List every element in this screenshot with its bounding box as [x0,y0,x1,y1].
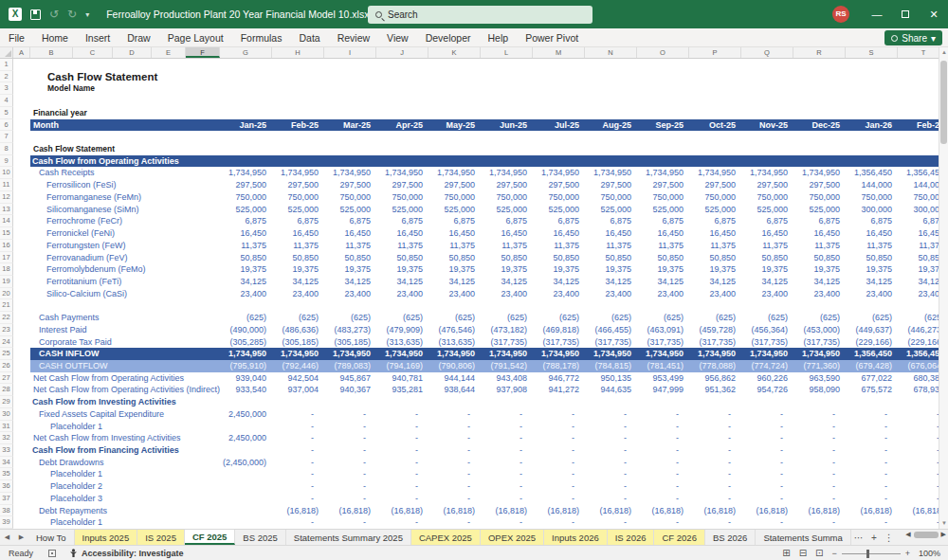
row-number[interactable]: 16 [0,240,13,252]
grid-cell[interactable]: 1,734,950 [689,348,741,360]
grid-cell[interactable]: 11,375 [898,240,939,252]
column-header-H[interactable]: H [272,47,324,58]
page-break-view-icon[interactable]: ⊡ [815,549,823,558]
grid-cell[interactable]: 940,781 [376,372,428,385]
row-label[interactable]: Corporate Tax Paid [30,336,220,349]
grid-cell[interactable]: 144,000 [846,179,898,191]
column-header-J[interactable]: J [376,47,428,58]
grid-cell[interactable]: (317,735) [741,336,793,349]
grid-cell[interactable] [220,468,272,480]
grid-cell[interactable]: 525,000 [376,204,428,216]
grid-cell[interactable]: 50,850 [741,252,793,264]
grid-cell[interactable]: (625) [898,312,939,324]
grid-cell[interactable] [220,421,272,433]
ribbon-tab-formulas[interactable]: Formulas [232,28,291,47]
grid-cell[interactable]: - [272,457,324,469]
grid-cell[interactable]: 1,356,450 [846,167,898,179]
zoom-in-button[interactable]: + [905,549,910,558]
grid-cell[interactable]: 525,000 [689,204,741,216]
grid-cell[interactable]: 23,400 [481,288,533,300]
grid-cell[interactable]: 525,000 [533,204,585,216]
grid-cell[interactable]: 941,272 [533,384,585,396]
grid-cell[interactable]: 525,000 [272,204,324,216]
grid-cell[interactable]: 144,000 [898,179,939,191]
grid-cell[interactable]: 34,125 [220,276,272,288]
grid-cell[interactable]: - [376,516,428,529]
grid-cell[interactable]: - [585,457,637,469]
grid-cell[interactable]: (16,818) [898,505,939,517]
row-label[interactable]: Cash Payments [30,312,220,324]
row-number[interactable]: 19 [0,276,13,288]
grid-cell[interactable]: 1,734,950 [324,348,376,360]
save-icon[interactable] [30,9,41,20]
grid-cell[interactable]: - [324,457,376,469]
grid-cell[interactable]: - [898,421,939,433]
row-label[interactable]: CASH INFLOW [30,348,220,360]
column-header-T[interactable]: T [898,47,939,58]
row-label[interactable]: Month [30,119,220,132]
row-number[interactable]: 1 [0,59,13,71]
grid-cell[interactable]: - [272,444,324,457]
grid-cell[interactable]: 23,400 [272,288,324,300]
grid-cell[interactable]: 1,734,950 [741,348,793,360]
grid-cell[interactable]: (16,818) [741,505,793,517]
grid-cell[interactable]: (784,815) [585,360,637,372]
row-number[interactable]: 25 [0,348,13,360]
accessibility-status[interactable]: Accessibility: Investigate [69,549,184,558]
grid-cell[interactable]: (476,546) [428,324,481,336]
grid-cell[interactable]: (16,818) [272,505,324,517]
row-label[interactable]: Ferrochrome (FeCr) [30,215,220,227]
grid-cell[interactable]: 34,125 [428,276,481,288]
grid-cell[interactable]: 16,450 [324,227,376,240]
grid-cell[interactable]: - [741,493,793,505]
grid-cell[interactable]: - [689,421,741,433]
grid-cell[interactable]: - [324,493,376,505]
vertical-scroll-thumb[interactable] [940,61,947,144]
grid-cell[interactable]: 1,734,950 [793,167,846,179]
grid-cell[interactable]: (479,909) [376,324,428,336]
grid-cell[interactable]: (469,818) [533,324,585,336]
sheet-tab-cf-2025[interactable]: CF 2025 [185,530,235,545]
grid-cell[interactable]: - [376,432,428,444]
grid-cell[interactable]: 50,850 [533,252,585,264]
grid-cell[interactable]: - [689,516,741,529]
grid-cell[interactable]: - [585,421,637,433]
grid-cell[interactable]: - [898,408,939,421]
column-header-L[interactable]: L [481,47,533,58]
grid-cell[interactable]: - [793,444,846,457]
column-header-K[interactable]: K [428,47,481,58]
grid-cell[interactable]: - [533,432,585,444]
row-label[interactable]: Cash Flow from Investing Activities [30,396,220,408]
grid-cell[interactable]: (774,724) [741,360,793,372]
row-number[interactable]: 39 [0,516,13,529]
row-label[interactable]: Cash Flow from Financing Activities [30,444,220,457]
column-header-R[interactable]: R [793,47,846,58]
grid-cell[interactable]: 1,734,950 [585,348,637,360]
redo-icon[interactable]: ↻ [67,9,77,20]
grid-cell[interactable]: 16,450 [376,227,428,240]
grid-cell[interactable]: (794,169) [376,360,428,372]
grid-cell[interactable]: 50,850 [585,252,637,264]
grid-cell[interactable]: (792,446) [272,360,324,372]
grid-cell[interactable]: - [689,457,741,469]
ribbon-tab-view[interactable]: View [378,28,417,47]
grid-cell[interactable]: 50,850 [376,252,428,264]
grid-cell[interactable]: 23,400 [428,288,481,300]
zoom-level[interactable]: 100% [919,549,940,558]
grid-cell[interactable]: - [689,408,741,421]
row-label[interactable]: Cash Flow Statement [30,71,315,83]
column-header-A[interactable]: A [13,47,30,58]
grid-cell[interactable]: - [637,432,689,444]
grid-cell[interactable]: Sep-25 [637,119,689,132]
grid-cell[interactable]: - [533,493,585,505]
grid-cell[interactable]: 944,144 [428,372,481,385]
grid-cell[interactable]: 750,000 [637,191,689,204]
row-number[interactable]: 29 [0,396,13,408]
grid-cell[interactable]: 19,375 [898,263,939,276]
row-label[interactable]: Net Cash Flow from Operating Activities … [30,384,220,396]
grid-cell[interactable]: 11,375 [428,240,481,252]
grid-cell[interactable]: 6,875 [376,215,428,227]
grid-cell[interactable]: (305,185) [324,336,376,349]
tab-scroll-left-icon[interactable]: ◀ [0,530,14,545]
row-label[interactable]: Net Cash Flow from Operating Activities [30,372,220,385]
